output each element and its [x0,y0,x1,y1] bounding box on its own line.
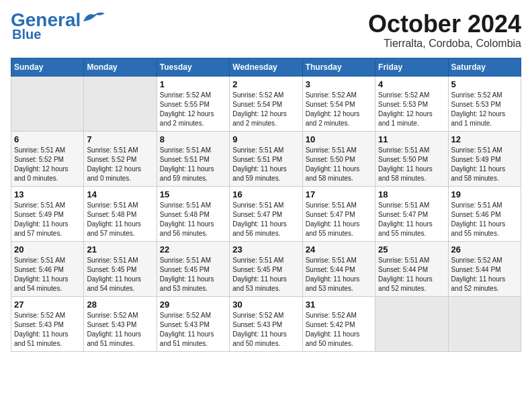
calendar-cell: 29Sunrise: 5:52 AM Sunset: 5:43 PM Dayli… [157,296,229,351]
day-info: Sunrise: 5:52 AM Sunset: 5:43 PM Dayligh… [232,311,299,349]
title-block: October 2024 Tierralta, Cordoba, Colombi… [368,11,521,50]
day-number: 11 [378,134,445,144]
day-number: 22 [160,244,226,255]
day-info: Sunrise: 5:51 AM Sunset: 5:45 PM Dayligh… [232,256,299,293]
day-info: Sunrise: 5:51 AM Sunset: 5:44 PM Dayligh… [306,256,372,293]
day-info: Sunrise: 5:52 AM Sunset: 5:53 PM Dayligh… [378,91,445,128]
day-number: 17 [306,189,372,199]
calendar-header-row: SundayMondayTuesdayWednesdayThursdayFrid… [11,58,521,76]
calendar-header-tuesday: Tuesday [157,58,229,76]
page-header: General Blue October 2024 Tierralta, Cor… [11,11,521,50]
day-info: Sunrise: 5:51 AM Sunset: 5:44 PM Dayligh… [378,256,445,293]
calendar-cell: 24Sunrise: 5:51 AM Sunset: 5:44 PM Dayli… [302,241,375,296]
day-info: Sunrise: 5:51 AM Sunset: 5:47 PM Dayligh… [378,201,445,238]
day-info: Sunrise: 5:52 AM Sunset: 5:53 PM Dayligh… [451,91,518,128]
calendar-cell: 20Sunrise: 5:51 AM Sunset: 5:46 PM Dayli… [11,241,84,296]
calendar-cell [84,76,157,131]
day-info: Sunrise: 5:51 AM Sunset: 5:46 PM Dayligh… [451,201,518,238]
logo: General Blue [11,11,106,42]
calendar-cell: 11Sunrise: 5:51 AM Sunset: 5:50 PM Dayli… [375,131,448,186]
calendar-cell: 21Sunrise: 5:51 AM Sunset: 5:45 PM Dayli… [84,241,157,296]
day-number: 16 [232,189,299,199]
day-info: Sunrise: 5:52 AM Sunset: 5:43 PM Dayligh… [87,311,153,349]
day-info: Sunrise: 5:52 AM Sunset: 5:42 PM Dayligh… [306,311,372,349]
day-info: Sunrise: 5:52 AM Sunset: 5:43 PM Dayligh… [14,311,81,349]
day-number: 1 [160,79,226,89]
day-number: 28 [87,300,153,310]
calendar-cell: 17Sunrise: 5:51 AM Sunset: 5:47 PM Dayli… [302,186,375,241]
day-number: 31 [306,300,372,310]
calendar-cell: 1Sunrise: 5:52 AM Sunset: 5:55 PM Daylig… [157,76,229,131]
day-info: Sunrise: 5:51 AM Sunset: 5:47 PM Dayligh… [306,201,372,238]
day-number: 24 [306,244,372,255]
day-number: 18 [378,189,445,199]
calendar-header-wednesday: Wednesday [230,58,302,76]
day-info: Sunrise: 5:51 AM Sunset: 5:48 PM Dayligh… [87,201,153,238]
day-number: 3 [306,79,372,89]
calendar-cell: 12Sunrise: 5:51 AM Sunset: 5:49 PM Dayli… [448,131,521,186]
day-number: 20 [14,244,81,255]
calendar-cell: 26Sunrise: 5:52 AM Sunset: 5:44 PM Dayli… [448,241,521,296]
day-number: 27 [14,300,81,310]
day-number: 8 [160,134,226,144]
day-number: 13 [14,189,81,199]
calendar-header-thursday: Thursday [302,58,375,76]
day-info: Sunrise: 5:51 AM Sunset: 5:50 PM Dayligh… [306,146,372,183]
day-info: Sunrise: 5:51 AM Sunset: 5:45 PM Dayligh… [160,256,226,293]
day-info: Sunrise: 5:52 AM Sunset: 5:54 PM Dayligh… [232,91,299,128]
calendar-cell [448,296,521,351]
calendar-cell [375,296,448,351]
calendar-cell: 8Sunrise: 5:51 AM Sunset: 5:51 PM Daylig… [157,131,229,186]
calendar-week-row: 1Sunrise: 5:52 AM Sunset: 5:55 PM Daylig… [11,76,521,131]
day-number: 5 [451,79,518,89]
calendar-cell: 14Sunrise: 5:51 AM Sunset: 5:48 PM Dayli… [84,186,157,241]
calendar-cell: 23Sunrise: 5:51 AM Sunset: 5:45 PM Dayli… [230,241,302,296]
calendar-cell: 25Sunrise: 5:51 AM Sunset: 5:44 PM Dayli… [375,241,448,296]
day-info: Sunrise: 5:51 AM Sunset: 5:52 PM Dayligh… [14,146,81,183]
calendar-cell: 2Sunrise: 5:52 AM Sunset: 5:54 PM Daylig… [230,76,302,131]
calendar-cell: 6Sunrise: 5:51 AM Sunset: 5:52 PM Daylig… [11,131,84,186]
calendar-header-saturday: Saturday [448,58,521,76]
calendar-cell: 16Sunrise: 5:51 AM Sunset: 5:47 PM Dayli… [230,186,302,241]
day-number: 26 [451,244,518,255]
logo-blue: Blue [12,27,41,42]
day-info: Sunrise: 5:51 AM Sunset: 5:51 PM Dayligh… [160,146,226,183]
calendar-cell: 7Sunrise: 5:51 AM Sunset: 5:52 PM Daylig… [84,131,157,186]
day-info: Sunrise: 5:51 AM Sunset: 5:49 PM Dayligh… [451,146,518,183]
day-info: Sunrise: 5:52 AM Sunset: 5:54 PM Dayligh… [306,91,372,128]
day-number: 4 [378,79,445,89]
calendar-cell: 9Sunrise: 5:51 AM Sunset: 5:51 PM Daylig… [230,131,302,186]
calendar-week-row: 20Sunrise: 5:51 AM Sunset: 5:46 PM Dayli… [11,241,521,296]
day-info: Sunrise: 5:51 AM Sunset: 5:47 PM Dayligh… [232,201,299,238]
calendar-cell: 22Sunrise: 5:51 AM Sunset: 5:45 PM Dayli… [157,241,229,296]
day-number: 7 [87,134,153,144]
calendar-header-friday: Friday [375,58,448,76]
calendar-cell: 31Sunrise: 5:52 AM Sunset: 5:42 PM Dayli… [302,296,375,351]
calendar-cell: 3Sunrise: 5:52 AM Sunset: 5:54 PM Daylig… [302,76,375,131]
calendar-cell: 13Sunrise: 5:51 AM Sunset: 5:49 PM Dayli… [11,186,84,241]
calendar-cell: 27Sunrise: 5:52 AM Sunset: 5:43 PM Dayli… [11,296,84,351]
day-number: 9 [232,134,299,144]
day-number: 30 [232,300,299,310]
day-info: Sunrise: 5:51 AM Sunset: 5:50 PM Dayligh… [378,146,445,183]
calendar-week-row: 13Sunrise: 5:51 AM Sunset: 5:49 PM Dayli… [11,186,521,241]
calendar-week-row: 6Sunrise: 5:51 AM Sunset: 5:52 PM Daylig… [11,131,521,186]
day-info: Sunrise: 5:52 AM Sunset: 5:55 PM Dayligh… [160,91,226,128]
day-number: 6 [14,134,81,144]
calendar-cell: 30Sunrise: 5:52 AM Sunset: 5:43 PM Dayli… [230,296,302,351]
calendar-cell [11,76,84,131]
day-info: Sunrise: 5:51 AM Sunset: 5:45 PM Dayligh… [87,256,153,293]
page-title: October 2024 [368,11,521,38]
calendar-header-sunday: Sunday [11,58,84,76]
calendar-cell: 5Sunrise: 5:52 AM Sunset: 5:53 PM Daylig… [448,76,521,131]
day-number: 15 [160,189,226,199]
day-info: Sunrise: 5:52 AM Sunset: 5:43 PM Dayligh… [160,311,226,349]
day-number: 14 [87,189,153,199]
day-number: 25 [378,244,445,255]
day-info: Sunrise: 5:51 AM Sunset: 5:52 PM Dayligh… [87,146,153,183]
calendar-cell: 4Sunrise: 5:52 AM Sunset: 5:53 PM Daylig… [375,76,448,131]
day-number: 29 [160,300,226,310]
day-info: Sunrise: 5:52 AM Sunset: 5:44 PM Dayligh… [451,256,518,293]
day-number: 23 [232,244,299,255]
day-number: 2 [232,79,299,89]
